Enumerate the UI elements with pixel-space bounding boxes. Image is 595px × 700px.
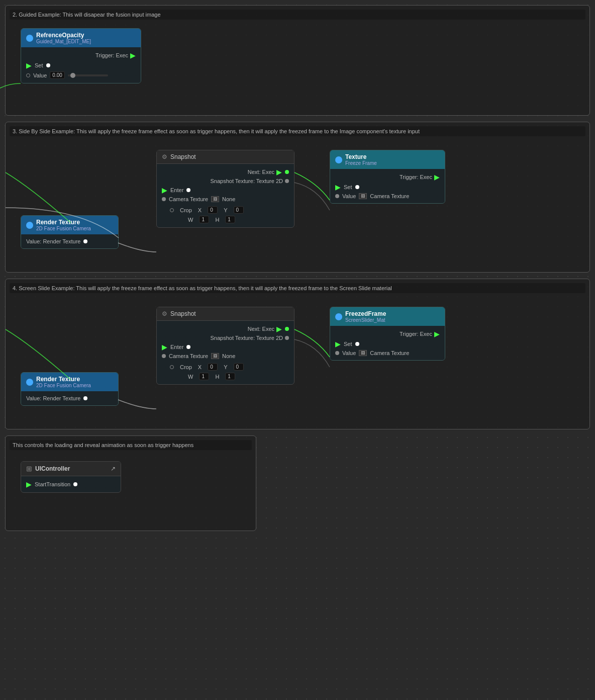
value-texture-label: Value bbox=[342, 193, 356, 199]
camera-texture-val-2: Camera Texture bbox=[370, 350, 409, 356]
node-icon-3 bbox=[26, 379, 33, 386]
snapshot-2-body: Next: Exec ▶ Snapshot Texture: Texture 2… bbox=[157, 321, 294, 384]
snapshot-1-title: Snapshot bbox=[170, 153, 196, 160]
next-exec-dot bbox=[285, 170, 289, 174]
trigger-exec-label-2: Trigger: Exec bbox=[400, 331, 432, 337]
ui-controller-node: ⊞ UIController ↗ ▶ StartTransition bbox=[21, 461, 121, 493]
value-texture-icon: 🖼 bbox=[359, 193, 367, 199]
set-label-3: Set bbox=[344, 341, 352, 347]
y-val: 0 bbox=[234, 206, 244, 214]
snapshot-2-title: Snapshot bbox=[170, 310, 196, 317]
set-row: ▶ Set bbox=[26, 60, 136, 70]
enter-label-2: Enter bbox=[170, 344, 183, 350]
value-texture-label-2: Value bbox=[342, 350, 356, 356]
start-dot bbox=[73, 482, 77, 486]
set-label: Set bbox=[35, 62, 43, 68]
node-icon bbox=[335, 156, 342, 163]
section-4: This controls the loading and reveal ani… bbox=[5, 435, 256, 531]
texture-freeze-title: Texture bbox=[345, 153, 377, 160]
value-render-label: Value: Render Texture bbox=[26, 238, 80, 244]
slider-track[interactable] bbox=[68, 74, 108, 76]
crop-label-2: Crop bbox=[180, 364, 192, 370]
snapshot-2-node: ⚙ Snapshot Next: Exec ▶ Snapshot Texture… bbox=[156, 307, 294, 385]
section-2-label: 3. Side By Side Example: This will apply… bbox=[10, 126, 585, 136]
texture-freeze-body: Trigger: Exec ▶ ▶ Set Value 🖼 Camera Tex… bbox=[330, 169, 445, 203]
enter-dot-2 bbox=[186, 345, 190, 349]
next-exec-label: Next: Exec bbox=[248, 169, 274, 175]
value-label: Value bbox=[33, 72, 47, 78]
render-texture-1-node: Render Texture 2D Face Fusion Camera Val… bbox=[21, 215, 119, 249]
crop-row-4: W 1 H 1 bbox=[162, 372, 289, 381]
section3-connections bbox=[6, 279, 589, 429]
section2-connections bbox=[6, 122, 589, 272]
exec-arrow-2: ▶ bbox=[434, 173, 440, 181]
freezed-frame-body: Trigger: Exec ▶ ▶ Set Value 🖼 Camera Tex… bbox=[330, 326, 445, 360]
enter-label: Enter bbox=[170, 187, 183, 193]
render-texture-2-title: Render Texture bbox=[36, 376, 91, 383]
arrow-green-3: ▶ bbox=[335, 340, 341, 348]
texture-freeze-subtitle: Freeze Frame bbox=[345, 160, 377, 166]
value-texture-row: Value 🖼 Camera Texture bbox=[335, 192, 440, 200]
camera-texture-val: Camera Texture bbox=[370, 193, 409, 199]
y-label: Y bbox=[224, 207, 227, 213]
snapshot-texture-label-2: Snapshot Texture: Texture 2D bbox=[210, 335, 283, 341]
render-texture-2-body: Value: Render Texture bbox=[21, 391, 118, 405]
value-dot bbox=[335, 194, 339, 198]
slider-thumb bbox=[70, 73, 75, 78]
set-dot-2 bbox=[355, 185, 359, 189]
snapshot-2-header: ⚙ Snapshot bbox=[157, 307, 294, 321]
node-icon-4 bbox=[335, 313, 342, 320]
set-row-2: ▶ Set bbox=[335, 182, 440, 192]
trigger-exec-label: Trigger: Exec bbox=[400, 174, 432, 180]
section-3-label: 4. Screen Slide Example: This will apply… bbox=[10, 283, 585, 293]
node-body: Trigger: Exec ▶ ▶ Set Value 0.00 bbox=[21, 47, 141, 83]
render-texture-2-node: Render Texture 2D Face Fusion Camera Val… bbox=[21, 372, 119, 406]
h-label: H bbox=[215, 217, 219, 223]
enter-arrow-2: ▶ bbox=[162, 343, 167, 351]
texture-freeze-node: Texture Freeze Frame Trigger: Exec ▶ ▶ S… bbox=[330, 150, 445, 204]
start-transition-row: ▶ StartTransition bbox=[26, 479, 116, 489]
camera-texture-row: Camera Texture 🖼 None bbox=[162, 195, 289, 203]
crop-row-2: W 1 H 1 bbox=[162, 215, 289, 224]
node-header: RefrenceOpacity Guided_Mat_[EDIT_ME] bbox=[21, 29, 141, 47]
camera-texture-label: Camera Texture bbox=[169, 196, 208, 202]
render-texture-1-body: Value: Render Texture bbox=[21, 234, 118, 248]
next-exec-arrow: ▶ bbox=[276, 168, 282, 176]
render-2-dot bbox=[83, 396, 87, 400]
texture-icon: 🖼 bbox=[211, 196, 219, 202]
set-dot bbox=[46, 63, 50, 67]
ui-controller-body: ▶ StartTransition bbox=[21, 476, 121, 492]
value-texture-icon-2: 🖼 bbox=[359, 350, 367, 356]
w-label: W bbox=[188, 217, 193, 223]
section-3: 4. Screen Slide Example: This will apply… bbox=[5, 279, 590, 429]
value-texture-row-2: Value 🖼 Camera Texture bbox=[335, 349, 440, 357]
node-subtitle: Guided_Mat_[EDIT_ME] bbox=[36, 39, 91, 44]
crop-radio bbox=[170, 208, 174, 212]
freezed-frame-node: FreezedFrame ScreenSlider_Mat Trigger: E… bbox=[330, 307, 445, 361]
trigger-exec-row-2: Trigger: Exec ▶ bbox=[335, 329, 440, 339]
snapshot-texture-row-2: Snapshot Texture: Texture 2D bbox=[162, 334, 289, 342]
trigger-row: Trigger: Exec ▶ bbox=[26, 50, 136, 60]
crop-label: Crop bbox=[180, 207, 192, 213]
node-title: RefrenceOpacity bbox=[36, 32, 91, 39]
gear-icon: ⚙ bbox=[162, 153, 167, 160]
start-transition-label: StartTransition bbox=[35, 481, 70, 487]
camera-dot bbox=[162, 197, 166, 201]
set-label-2: Set bbox=[344, 184, 352, 190]
h-val: 1 bbox=[225, 216, 235, 223]
grid-icon: ⊞ bbox=[26, 465, 32, 473]
snapshot-1-body: Next: Exec ▶ Snapshot Texture: Texture 2… bbox=[157, 164, 294, 227]
gear-icon-2: ⚙ bbox=[162, 310, 167, 317]
exec-arrow-3: ▶ bbox=[434, 330, 440, 338]
radio-dot bbox=[26, 73, 30, 77]
render-texture-2-subtitle: 2D Face Fusion Camera bbox=[36, 383, 91, 388]
none-label: None bbox=[222, 196, 235, 202]
x-label: X bbox=[198, 207, 202, 213]
start-arrow: ▶ bbox=[26, 480, 32, 488]
h-val-2: 1 bbox=[225, 373, 235, 380]
w-val-2: 1 bbox=[199, 373, 209, 380]
expand-icon: ↗ bbox=[111, 465, 116, 472]
camera-texture-row-2: Camera Texture 🖼 None bbox=[162, 352, 289, 360]
node-icon bbox=[26, 222, 33, 229]
render-dot bbox=[83, 239, 87, 243]
